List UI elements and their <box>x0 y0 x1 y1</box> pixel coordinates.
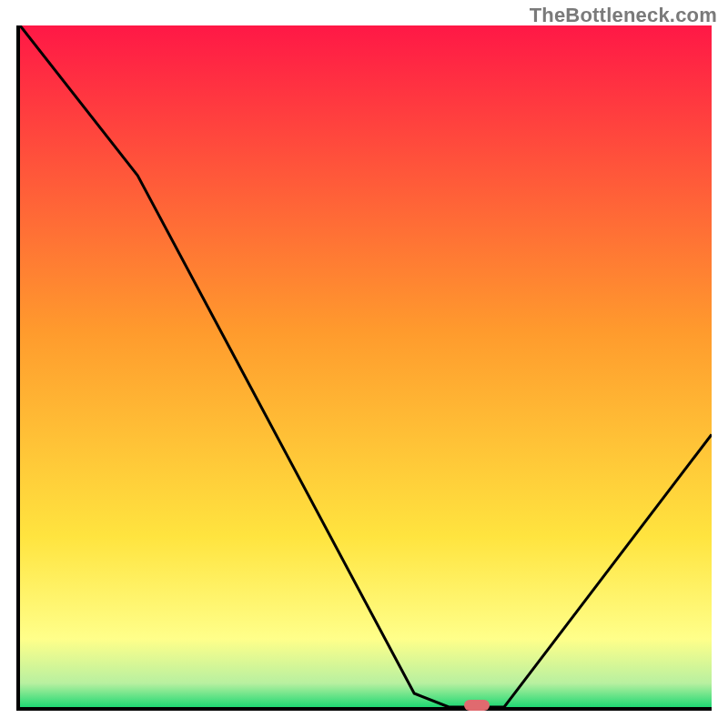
bottleneck-chart <box>20 25 712 707</box>
watermark-text: TheBottleneck.com <box>530 4 717 27</box>
optimal-point-marker <box>464 700 490 711</box>
